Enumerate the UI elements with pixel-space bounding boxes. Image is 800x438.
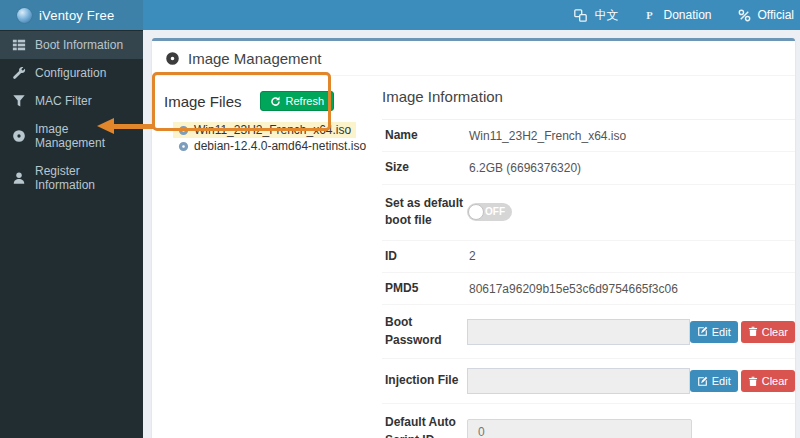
nav-official-label: Official [758, 8, 794, 22]
topbar-nav: 中文 P Donation Official [574, 0, 794, 30]
toggle-knob [468, 204, 484, 220]
disc-icon [12, 129, 26, 143]
file-name: Win11_23H2_French_x64.iso [194, 123, 351, 137]
id-label: ID [382, 248, 467, 265]
image-file-list: Win11_23H2_French_x64.iso debian-12.4.0-… [164, 122, 374, 154]
sidebar-item-label: Image Management [35, 122, 135, 150]
row-name: Name Win11_23H2_French_x64.iso [382, 120, 795, 152]
refresh-icon [270, 96, 281, 107]
boot-password-buttons: Edit Clear [690, 321, 795, 343]
sidebar-item-mac-filter[interactable]: MAC Filter [0, 87, 143, 115]
injection-file-clear-button[interactable]: Clear [741, 370, 795, 392]
image-management-box: Image Management Image Files Refresh [152, 38, 795, 438]
sidebar-item-label: Configuration [35, 66, 106, 80]
trash-icon [748, 326, 758, 337]
box-header: Image Management [152, 41, 795, 76]
link-icon [738, 9, 751, 22]
app-title: iVentoy Free [39, 8, 114, 23]
filter-icon [12, 94, 26, 108]
main-content: Image Management Image Files Refresh [143, 30, 800, 438]
trash-icon [748, 376, 758, 387]
injection-file-buttons: Edit Clear [690, 370, 795, 392]
file-item-win11[interactable]: Win11_23H2_French_x64.iso [173, 122, 356, 138]
pmd5-label: PMD5 [382, 280, 467, 297]
user-icon [12, 171, 26, 185]
pmd5-value: 80617a96209b15e53c6d9754665f3c06 [467, 282, 678, 296]
edit-icon [697, 326, 708, 337]
sidebar-item-configuration[interactable]: Configuration [0, 59, 143, 87]
box-body: Image Files Refresh Win11_23 [152, 76, 795, 438]
nav-official[interactable]: Official [738, 8, 794, 22]
size-value: 6.2GB (6696376320) [467, 161, 581, 175]
disc-icon [165, 51, 180, 66]
image-information-table: Name Win11_23H2_French_x64.iso Size 6.2G… [382, 119, 795, 438]
row-default-boot: Set as default boot file OFF [382, 185, 795, 241]
default-boot-label: Set as default boot file [382, 195, 467, 230]
auto-script-id-label: Default Auto Script ID [382, 414, 467, 438]
default-boot-toggle[interactable]: OFF [467, 203, 512, 221]
name-value: Win11_23H2_French_x64.iso [467, 129, 626, 143]
row-injection-file: Injection File Edit [382, 359, 795, 404]
edit-icon [697, 376, 708, 387]
paypal-icon: P [644, 9, 656, 22]
image-information-title: Image Information [382, 88, 795, 105]
edit-label: Edit [712, 326, 731, 338]
edit-label: Edit [712, 375, 731, 387]
image-information-panel: Image Information Name Win11_23H2_French… [382, 88, 795, 438]
sidebar-item-label: Boot Information [35, 38, 123, 52]
row-size: Size 6.2GB (6696376320) [382, 152, 795, 184]
toggle-state-label: OFF [485, 206, 505, 217]
sidebar-item-image-management[interactable]: Image Management [0, 115, 143, 157]
sidebar-item-label: MAC Filter [35, 94, 92, 108]
id-value: 2 [467, 249, 476, 263]
iventoy-globe-icon [17, 8, 32, 23]
file-name: debian-12.4.0-amd64-netinst.iso [194, 139, 366, 153]
clear-label: Clear [762, 375, 788, 387]
boot-password-label: Boot Password [382, 314, 467, 349]
sidebar-item-label: Register Information [35, 164, 135, 192]
image-files-panel: Image Files Refresh Win11_23 [164, 91, 374, 154]
boot-password-edit-button[interactable]: Edit [690, 321, 738, 343]
name-label: Name [382, 127, 467, 144]
nav-language[interactable]: 中文 [574, 7, 618, 24]
sidebar-item-register-information[interactable]: Register Information [0, 157, 143, 199]
row-id: ID 2 [382, 241, 795, 273]
injection-file-input[interactable] [467, 368, 690, 394]
wrench-icon [12, 66, 26, 80]
boot-password-clear-button[interactable]: Clear [741, 321, 795, 343]
disc-icon [178, 125, 189, 136]
size-label: Size [382, 159, 467, 176]
injection-file-edit-button[interactable]: Edit [690, 370, 738, 392]
row-pmd5: PMD5 80617a96209b15e53c6d9754665f3c06 [382, 273, 795, 305]
refresh-label: Refresh [286, 95, 325, 107]
image-files-title: Image Files [164, 93, 242, 110]
row-boot-password: Boot Password Edit [382, 305, 795, 359]
boot-password-input[interactable] [467, 319, 690, 345]
image-files-header: Image Files Refresh [164, 91, 374, 111]
file-item-debian[interactable]: debian-12.4.0-amd64-netinst.iso [173, 138, 371, 154]
nav-language-label: 中文 [594, 7, 618, 24]
nav-donation-label: Donation [663, 8, 711, 22]
disc-icon [178, 141, 189, 152]
injection-file-label: Injection File [382, 372, 467, 389]
clear-label: Clear [762, 326, 788, 338]
translate-icon [574, 9, 587, 22]
sidebar: Boot Information Configuration MAC Filte… [0, 30, 143, 438]
app-logo[interactable]: iVentoy Free [0, 0, 143, 30]
refresh-button[interactable]: Refresh [260, 91, 335, 111]
list-icon [12, 38, 26, 52]
top-navbar: iVentoy Free 中文 P Donation Official [0, 0, 800, 30]
page-title: Image Management [188, 50, 321, 67]
nav-donation[interactable]: P Donation [644, 8, 711, 22]
sidebar-item-boot-information[interactable]: Boot Information [0, 31, 143, 59]
auto-script-id-input[interactable] [467, 419, 692, 438]
row-auto-script-id: Default Auto Script ID [382, 404, 795, 438]
svg-text:P: P [647, 10, 654, 21]
